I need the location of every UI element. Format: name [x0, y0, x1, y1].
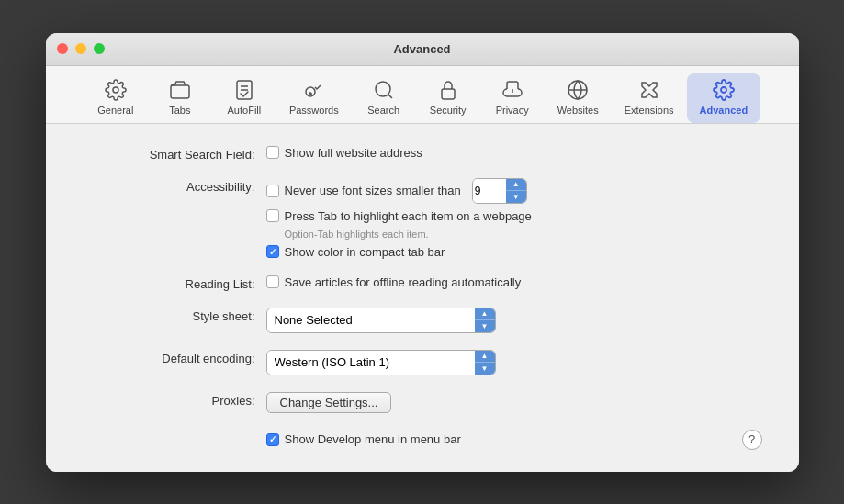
show-full-address-checkbox[interactable] [266, 146, 279, 159]
tab-tabs[interactable]: Tabs [148, 73, 212, 123]
svg-line-9 [388, 94, 391, 97]
svg-point-8 [376, 82, 390, 96]
save-offline-checkbox[interactable] [266, 275, 279, 288]
smart-search-control: Show full website address [266, 146, 422, 160]
tab-advanced[interactable]: Advanced [687, 73, 761, 123]
minimize-button[interactable] [75, 43, 86, 54]
accessibility-label: Accessibility: [83, 178, 266, 194]
search-icon [371, 77, 397, 103]
tab-autofill[interactable]: AutoFill [212, 73, 276, 123]
style-sheet-control: None Selected ▲ ▼ [266, 308, 496, 333]
style-sheet-stepper[interactable]: ▲ ▼ [475, 308, 495, 332]
svg-rect-10 [442, 89, 455, 99]
accessibility-hint: Option-Tab highlights each item. [285, 229, 532, 240]
passwords-icon [301, 77, 327, 103]
toolbar: General Tabs [46, 66, 799, 124]
extensions-icon [636, 77, 662, 103]
toolbar-items: General Tabs [84, 73, 760, 123]
change-settings-button[interactable]: Change Settings... [266, 392, 392, 413]
autofill-label: AutoFill [228, 105, 262, 116]
accessibility-row: Accessibility: Never use font sizes smal… [83, 178, 762, 259]
default-encoding-stepper[interactable]: ▲ ▼ [475, 351, 495, 375]
proxies-label: Proxies: [83, 392, 266, 408]
tab-privacy[interactable]: Privacy [480, 73, 545, 123]
security-label: Security [430, 105, 467, 116]
privacy-label: Privacy [496, 105, 529, 116]
tab-general[interactable]: General [84, 73, 148, 123]
maximize-button[interactable] [94, 43, 105, 54]
tabs-icon [167, 77, 193, 103]
show-full-address-row: Show full website address [266, 146, 422, 160]
font-size-dropdown-wrapper: 9 10 11 12 ▲ ▼ [472, 178, 527, 204]
never-font-size-checkbox[interactable] [266, 185, 279, 197]
proxies-row: Proxies: Change Settings... [83, 392, 762, 413]
save-offline-row: Save articles for offline reading automa… [266, 275, 522, 289]
general-label: General [97, 105, 133, 116]
tab-search[interactable]: Search [352, 73, 416, 123]
default-encoding-dropdown-wrapper: Western (ISO Latin 1) Unicode (UTF-8) We… [266, 350, 496, 375]
websites-icon [565, 77, 591, 103]
style-sheet-label: Style sheet: [83, 308, 266, 323]
develop-menu-row: Show Develop menu in menu bar [266, 432, 461, 446]
window-controls [57, 43, 105, 54]
general-icon [103, 77, 129, 103]
help-button[interactable]: ? [742, 430, 762, 450]
style-sheet-row: Style sheet: None Selected ▲ ▼ [83, 308, 762, 333]
show-color-checkbox[interactable] [266, 245, 279, 258]
show-color-row: Show color in compact tab bar [266, 245, 532, 259]
svg-rect-1 [171, 85, 189, 98]
svg-point-0 [113, 87, 118, 93]
default-encoding-select[interactable]: Western (ISO Latin 1) Unicode (UTF-8) We… [267, 351, 475, 375]
style-sheet-dropdown-wrapper: None Selected ▲ ▼ [266, 308, 496, 333]
smart-search-label: Smart Search Field: [83, 146, 266, 162]
titlebar: Advanced [46, 33, 799, 66]
privacy-icon [500, 77, 525, 103]
show-develop-checkbox[interactable] [266, 433, 279, 446]
press-tab-checkbox[interactable] [266, 209, 279, 222]
font-size-up[interactable]: ▲ [506, 179, 526, 192]
proxies-control: Change Settings... [266, 392, 392, 413]
show-color-label: Show color in compact tab bar [285, 245, 445, 259]
show-full-address-label: Show full website address [285, 146, 422, 160]
preferences-window: Advanced General [46, 33, 799, 472]
tab-passwords[interactable]: Passwords [276, 73, 352, 123]
extensions-label: Extensions [625, 105, 674, 116]
websites-label: Websites [557, 105, 599, 116]
press-tab-label: Press Tab to highlight each item on a we… [285, 209, 532, 223]
press-tab-row: Press Tab to highlight each item on a we… [266, 209, 532, 223]
reading-list-control: Save articles for offline reading automa… [266, 275, 522, 289]
settings-content: Smart Search Field: Show full website ad… [46, 124, 799, 472]
default-encoding-control: Western (ISO Latin 1) Unicode (UTF-8) We… [266, 350, 496, 375]
reading-list-label: Reading List: [83, 275, 266, 291]
advanced-label: Advanced [700, 105, 748, 116]
advanced-icon [711, 77, 737, 103]
font-size-select[interactable]: 9 10 11 12 [473, 179, 506, 203]
never-font-size-label: Never use font sizes smaller than [285, 184, 461, 197]
reading-list-row: Reading List: Save articles for offline … [83, 275, 762, 291]
tab-websites[interactable]: Websites [545, 73, 612, 123]
close-button[interactable] [57, 43, 68, 54]
never-font-size-row: Never use font sizes smaller than 9 10 1… [266, 178, 532, 204]
tabs-label: Tabs [169, 105, 190, 116]
default-encoding-up[interactable]: ▲ [475, 351, 495, 364]
style-sheet-down[interactable]: ▼ [475, 320, 495, 332]
default-encoding-down[interactable]: ▼ [475, 363, 495, 375]
show-develop-label: Show Develop menu in menu bar [285, 432, 461, 446]
search-label: Search [367, 105, 399, 116]
tab-security[interactable]: Security [416, 73, 480, 123]
tab-extensions[interactable]: Extensions [612, 73, 687, 123]
style-sheet-up[interactable]: ▲ [475, 308, 495, 321]
default-encoding-row: Default encoding: Western (ISO Latin 1) … [83, 350, 762, 375]
save-offline-label: Save articles for offline reading automa… [285, 275, 522, 289]
style-sheet-select[interactable]: None Selected [267, 308, 475, 332]
security-icon [435, 77, 461, 103]
font-size-stepper[interactable]: ▲ ▼ [506, 179, 526, 203]
window-title: Advanced [393, 42, 450, 56]
accessibility-control: Never use font sizes smaller than 9 10 1… [266, 178, 532, 259]
passwords-label: Passwords [289, 105, 339, 116]
svg-point-14 [721, 87, 726, 93]
default-encoding-label: Default encoding: [83, 350, 266, 365]
smart-search-row: Smart Search Field: Show full website ad… [83, 146, 762, 162]
font-size-down[interactable]: ▼ [506, 191, 526, 203]
autofill-icon [231, 77, 257, 103]
